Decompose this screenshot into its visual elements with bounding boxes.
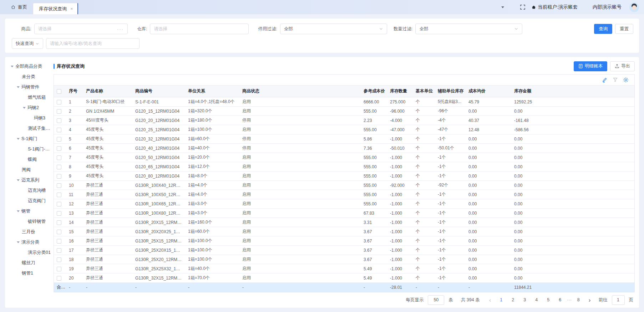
sidebar-item[interactable]: 钢管	[10, 206, 54, 216]
per-page-input[interactable]	[428, 295, 444, 305]
row-checkbox[interactable]	[57, 118, 61, 123]
goto-page-input[interactable]	[612, 295, 625, 305]
tenant-switcher[interactable]: 当前租户:演示账套	[531, 4, 578, 10]
sidebar-item[interactable]: 迈克沟槽	[10, 185, 54, 196]
table-row[interactable]: 2GN 1/2X45MMG120_15_12RM01G041箱=320.0个启用…	[54, 107, 634, 116]
chevron-down-icon[interactable]	[11, 66, 14, 67]
page-button[interactable]: 1	[496, 295, 506, 305]
qty-filter-select[interactable]: 全部	[415, 24, 522, 34]
page-button[interactable]: 2	[508, 295, 518, 305]
row-checkbox[interactable]	[57, 109, 61, 114]
select-all-checkbox[interactable]	[57, 89, 61, 94]
row-checkbox[interactable]	[57, 267, 61, 271]
table-row[interactable]: 10异径三通G130R_100X40_12RM01G041箱=4.0个启用555…	[54, 181, 634, 190]
page-button[interactable]: 3	[520, 295, 529, 305]
chevron-down-icon[interactable]	[23, 107, 26, 109]
row-checkbox[interactable]	[57, 174, 61, 179]
table-row[interactable]: 11异径三通G130R_100X50_12RM01G041箱=4.0个启用555…	[54, 190, 634, 199]
table-row[interactable]: 14异径三通G130R_20X15_12RM01G041箱=160.0个启用3.…	[54, 218, 634, 227]
row-checkbox[interactable]	[57, 248, 61, 253]
product-select[interactable]: ···	[34, 24, 128, 34]
sidebar-item[interactable]: 玛钢3	[10, 113, 54, 123]
chevron-down-icon[interactable]	[17, 86, 20, 88]
tab-inventory-query[interactable]: 库存状况查询 ×	[33, 3, 78, 14]
sidebar-item[interactable]: 测试子集分类	[10, 123, 54, 134]
export-button[interactable]: 导出	[610, 61, 635, 71]
row-checkbox[interactable]	[57, 155, 61, 160]
sidebar-item[interactable]: 闸阀	[10, 165, 54, 175]
table-row[interactable]: 15异径三通G130R_20X20X25_12RM01G041箱=60.0个启用…	[54, 227, 634, 236]
filter-icon[interactable]	[613, 77, 618, 82]
sidebar-item[interactable]: S-1阀门	[10, 134, 54, 144]
quick-query-input[interactable]	[50, 41, 136, 46]
sidebar-item[interactable]: 镀锌钢管	[10, 216, 54, 227]
chevron-down-icon[interactable]	[501, 6, 504, 8]
table-row[interactable]: 445度弯头G120_25_12RM01G041箱=100.0个启用555.00…	[54, 125, 634, 134]
avatar[interactable]	[629, 2, 639, 12]
table-row[interactable]: 18异径三通G130R_25X20_12RM01G041箱=100.0个启用3.…	[54, 255, 634, 264]
sidebar-item[interactable]: 未分类	[10, 72, 54, 82]
disabled-filter-select[interactable]: 全部	[280, 24, 387, 34]
table-row[interactable]: 12异径三通G130R_100X65_12RM01G041箱=3.0个启用555…	[54, 199, 634, 209]
sidebar-item[interactable]: 演示分类	[10, 237, 54, 247]
more-options-icon[interactable]: ···	[117, 26, 124, 32]
table-row[interactable]: 17异径三通G130R_25X20X15_12RM01G041箱=100.0个启…	[54, 246, 634, 255]
table-row[interactable]: 845度弯头G120_65_12RM01G041箱=12.0个启用555.00-…	[54, 162, 634, 172]
row-checkbox[interactable]	[57, 276, 61, 281]
row-checkbox[interactable]	[57, 230, 61, 234]
chevron-down-icon[interactable]	[17, 241, 20, 243]
chevron-down-icon[interactable]	[17, 179, 20, 181]
table-row[interactable]: 20异径三通G130R_32X15_12RM01G041箱=70.0个启用5.4…	[54, 273, 634, 283]
table-row[interactable]: 1S-1阀门-电动30口径S-1-F-E-0011箱=4.0个,1托盘=48.0…	[54, 97, 634, 107]
sidebar-item[interactable]: 演示分类01	[10, 247, 54, 258]
fullscreen-icon[interactable]	[520, 4, 526, 10]
product-select-input[interactable]	[38, 26, 117, 31]
quick-query-dropdown[interactable]: 快速查询	[12, 38, 43, 49]
sidebar-item[interactable]: S-1阀门-电动	[10, 144, 54, 154]
row-checkbox[interactable]	[57, 128, 61, 132]
quick-query-input-box[interactable]	[46, 38, 140, 49]
warehouse-select[interactable]	[150, 24, 249, 34]
prev-page-icon[interactable]: ‹	[487, 297, 493, 303]
search-button[interactable]: 查询	[594, 24, 612, 34]
sidebar-item[interactable]: 螺丝刀	[10, 258, 54, 268]
table-row[interactable]: 545度弯头G120_32_12RM01G041箱=60.0个停用5.86-1.…	[54, 134, 634, 144]
row-checkbox[interactable]	[57, 239, 61, 244]
sidebar-item[interactable]: 玛钢2	[10, 103, 54, 113]
gear-icon[interactable]	[623, 77, 629, 83]
table-row[interactable]: 13异径三通G130R_100X80_12RM01G041箱=3.0个启用67.…	[54, 209, 634, 218]
row-checkbox[interactable]	[57, 146, 61, 151]
row-checkbox[interactable]	[57, 183, 61, 188]
table-row[interactable]: 745度弯头G120_50_12RM01G041箱=20.0个启用555.00-…	[54, 153, 634, 162]
edit-icon[interactable]	[602, 77, 608, 83]
detail-ledger-button[interactable]: 明细账本	[574, 61, 607, 71]
page-button[interactable]: 5	[543, 295, 553, 305]
row-checkbox[interactable]	[57, 193, 61, 197]
row-checkbox[interactable]	[57, 202, 61, 206]
sidebar-item[interactable]: 燃气纸箱	[10, 92, 54, 103]
warehouse-select-input[interactable]	[154, 26, 245, 31]
row-checkbox[interactable]	[57, 257, 61, 262]
account-name[interactable]: 内部演示账号	[593, 4, 622, 10]
reset-button[interactable]: 重置	[615, 24, 633, 34]
sidebar-item[interactable]: 钢管1	[10, 268, 54, 278]
sidebar-item[interactable]: 迈克系列	[10, 175, 54, 185]
row-checkbox[interactable]	[57, 220, 61, 225]
table-row[interactable]: 945度弯头G120_80_12RM01G041箱=8.0个启用555.00-1…	[54, 172, 634, 181]
table-row[interactable]: 345////度弯头G120_20_12RM01G041箱=180.0个停用2.…	[54, 116, 634, 125]
page-button[interactable]: 4	[532, 295, 541, 305]
sidebar-item[interactable]: 全部商品分类	[10, 61, 54, 72]
table-row[interactable]: 16异径三通G130R_25X15_12RM01G041箱=100.0个启用3.…	[54, 236, 634, 246]
next-page-icon[interactable]: ›	[587, 297, 593, 303]
sidebar-item[interactable]: 蝶阀	[10, 154, 54, 165]
sidebar-item[interactable]: 迈克阀门	[10, 196, 54, 206]
table-row[interactable]: 19异径三通G130R_25X25X32_12RM01G041箱=40.0个启用…	[54, 264, 634, 273]
chevron-down-icon[interactable]	[17, 210, 20, 212]
row-checkbox[interactable]	[57, 211, 61, 216]
row-checkbox[interactable]	[57, 100, 61, 104]
sidebar-item[interactable]: 三月份	[10, 227, 54, 237]
tab-home[interactable]: 首页	[0, 0, 33, 14]
page-button[interactable]: 8	[574, 295, 583, 305]
chevron-down-icon[interactable]	[17, 138, 20, 140]
row-checkbox[interactable]	[57, 137, 61, 142]
